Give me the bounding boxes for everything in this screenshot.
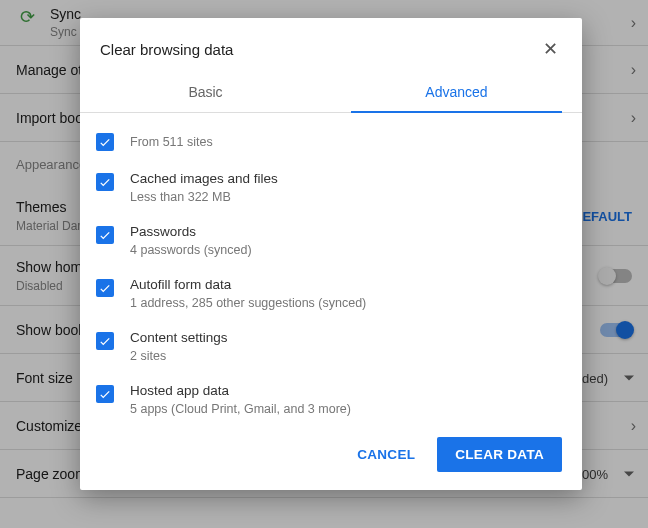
page-zoom-label: Page zoom: [16, 466, 87, 482]
themes-subtitle: Material Dark: [16, 219, 87, 233]
chevron-right-icon: ›: [631, 417, 636, 435]
list-item: Hosted app data 5 apps (Cloud Print, Gma…: [92, 373, 570, 423]
item-title: Passwords: [130, 224, 252, 239]
show-bookmarks-toggle[interactable]: [600, 323, 632, 337]
chevron-down-icon: [624, 375, 634, 380]
item-body: Cached images and files Less than 322 MB: [130, 171, 278, 204]
item-body: Autofill form data 1 address, 285 other …: [130, 277, 366, 310]
clear-browsing-data-dialog: Clear browsing data ✕ Basic Advanced Fro…: [80, 18, 582, 490]
chevron-down-icon: [624, 471, 634, 476]
item-body: Content settings 2 sites: [130, 330, 228, 363]
chevron-right-icon: ›: [631, 14, 636, 32]
item-subtitle: From 511 sites: [130, 135, 213, 149]
item-body: From 511 sites: [130, 131, 213, 149]
close-icon[interactable]: ✕: [539, 36, 562, 62]
font-size-label: Font size: [16, 370, 73, 386]
list-item: From 511 sites: [92, 121, 570, 161]
dialog-tabs: Basic Advanced: [80, 72, 582, 113]
list-item: Passwords 4 passwords (synced): [92, 214, 570, 267]
item-subtitle: 5 apps (Cloud Print, Gmail, and 3 more): [130, 402, 351, 416]
dialog-header: Clear browsing data ✕: [80, 18, 582, 72]
item-title: Autofill form data: [130, 277, 366, 292]
show-home-subtitle: Disabled: [16, 279, 63, 293]
item-subtitle: 1 address, 285 other suggestions (synced…: [130, 296, 366, 310]
list-item: Autofill form data 1 address, 285 other …: [92, 267, 570, 320]
chevron-right-icon: ›: [631, 109, 636, 127]
show-home-toggle[interactable]: [600, 269, 632, 283]
checkbox-cached[interactable]: [96, 173, 114, 191]
tab-basic[interactable]: Basic: [80, 72, 331, 112]
checkbox-passwords[interactable]: [96, 226, 114, 244]
dialog-footer: CANCEL CLEAR DATA: [80, 423, 582, 490]
list-item: Cached images and files Less than 322 MB: [92, 161, 570, 214]
item-title: Content settings: [130, 330, 228, 345]
appearance-heading-label: Appearance: [16, 157, 86, 172]
item-body: Hosted app data 5 apps (Cloud Print, Gma…: [130, 383, 351, 416]
item-body: Passwords 4 passwords (synced): [130, 224, 252, 257]
tab-advanced[interactable]: Advanced: [331, 72, 582, 112]
item-title: Hosted app data: [130, 383, 351, 398]
sync-icon: ⟳: [20, 6, 35, 28]
chevron-right-icon: ›: [631, 61, 636, 79]
checkbox-sites[interactable]: [96, 133, 114, 151]
checkbox-content-settings[interactable]: [96, 332, 114, 350]
item-subtitle: Less than 322 MB: [130, 190, 278, 204]
clear-data-button[interactable]: CLEAR DATA: [437, 437, 562, 472]
item-title: Cached images and files: [130, 171, 278, 186]
item-subtitle: 4 passwords (synced): [130, 243, 252, 257]
item-subtitle: 2 sites: [130, 349, 228, 363]
checkbox-hosted-app-data[interactable]: [96, 385, 114, 403]
list-item: Content settings 2 sites: [92, 320, 570, 373]
checkbox-autofill[interactable]: [96, 279, 114, 297]
themes-title: Themes: [16, 199, 67, 215]
cancel-button[interactable]: CANCEL: [345, 439, 427, 470]
dialog-title: Clear browsing data: [100, 41, 233, 58]
dialog-body[interactable]: From 511 sites Cached images and files L…: [80, 113, 582, 423]
